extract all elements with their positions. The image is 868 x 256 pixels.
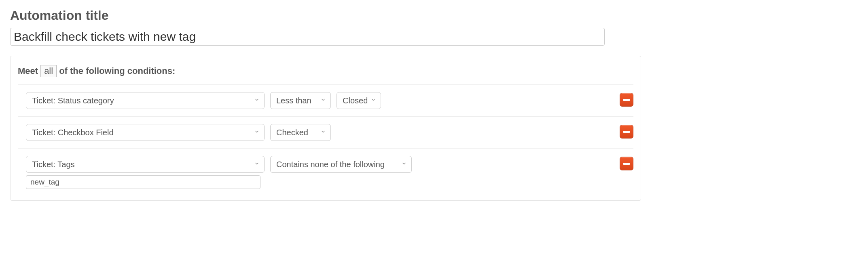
minus-icon — [623, 163, 630, 165]
remove-condition-button[interactable] — [620, 125, 633, 138]
automation-title-input[interactable] — [10, 28, 605, 46]
condition-field-select[interactable]: Ticket: Checkbox Field — [26, 124, 265, 141]
condition-operator-select[interactable]: Contains none of the following — [270, 156, 412, 173]
condition-row: Ticket: Status category Less than Closed — [18, 84, 633, 116]
condition-tag-input[interactable] — [26, 175, 260, 189]
condition-operator-select[interactable]: Less than — [270, 92, 331, 109]
automation-title-label: Automation title — [10, 8, 858, 23]
minus-icon — [623, 99, 630, 101]
remove-condition-button[interactable] — [620, 93, 633, 107]
conditions-header: Meet all of the following conditions: — [18, 65, 633, 77]
condition-field-select[interactable]: Ticket: Status category — [26, 92, 265, 109]
condition-field-select[interactable]: Ticket: Tags — [26, 156, 265, 173]
remove-condition-button[interactable] — [620, 157, 633, 170]
condition-operator-select[interactable]: Checked — [270, 124, 331, 141]
conditions-panel: Meet all of the following conditions: Ti… — [10, 56, 641, 201]
conditions-suffix: of the following conditions: — [59, 66, 175, 76]
minus-icon — [623, 131, 630, 133]
condition-row: Ticket: Tags Contains none of the follow… — [18, 148, 633, 196]
condition-value-select[interactable]: Closed — [337, 92, 381, 109]
condition-row: Ticket: Checkbox Field Checked — [18, 116, 633, 148]
conditions-prefix: Meet — [18, 66, 38, 76]
conditions-mode-toggle[interactable]: all — [40, 65, 57, 77]
